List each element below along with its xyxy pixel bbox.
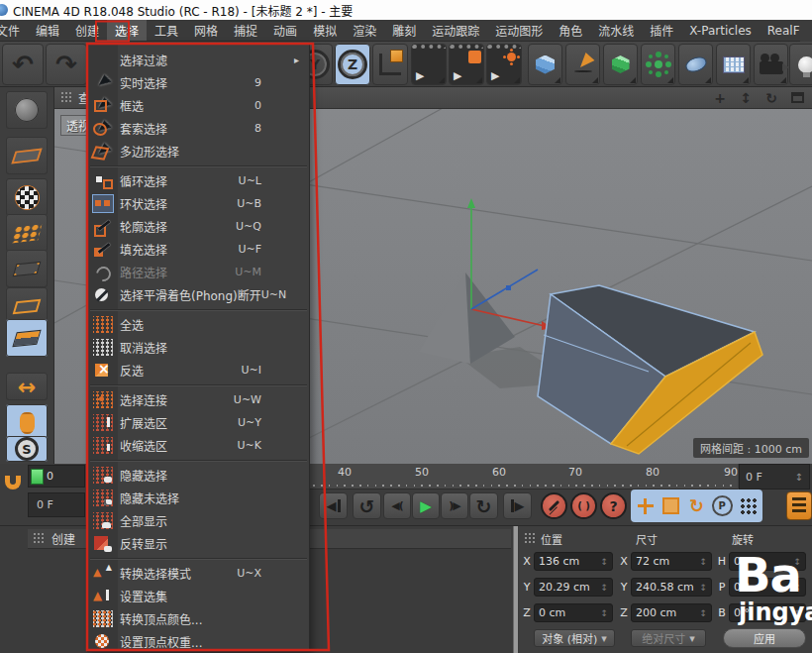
redo-button[interactable]	[46, 44, 87, 85]
menu-item-loop-selection[interactable]: 循环选择U~L	[88, 169, 309, 192]
add-spline-button[interactable]	[565, 44, 600, 85]
size-mode-dropdown[interactable]: 绝对尺寸	[631, 629, 706, 647]
make-editable-button[interactable]	[6, 91, 48, 129]
viewport-zoom-icon[interactable]: ↕	[737, 89, 755, 107]
menubar-item-animate[interactable]: 动画	[265, 20, 305, 42]
menubar-item-plugins[interactable]: 插件	[642, 20, 681, 42]
menu-item-lasso-selection[interactable]: 套索选择8	[88, 117, 309, 140]
menu-item-rectangle-selection[interactable]: 框选0	[88, 94, 309, 117]
menubar-item-character[interactable]: 角色	[551, 20, 590, 42]
record-point-level-button[interactable]	[736, 492, 760, 519]
menubar-item-sculpt[interactable]: 雕刻	[384, 20, 424, 42]
coordinate-system-button[interactable]	[372, 44, 408, 85]
menubar-item-select[interactable]: 选择	[107, 20, 147, 42]
add-generator-button[interactable]	[641, 44, 675, 85]
menu-item-live-selection[interactable]: 实时选择9	[88, 71, 309, 94]
grip-handle-icon[interactable]	[33, 532, 45, 545]
next-key-button[interactable]	[441, 492, 468, 519]
z-axis-lock-button[interactable]: Z	[335, 44, 370, 85]
menubar-item-render[interactable]: 渲染	[345, 20, 384, 42]
menu-item-hide-unselected[interactable]: 隐藏未选择	[88, 487, 309, 509]
loop-button[interactable]	[469, 492, 498, 519]
record-rotation-button[interactable]	[685, 492, 709, 519]
object-mode-dropdown[interactable]: 对象 (相对)	[534, 629, 615, 647]
magnet-button[interactable]	[1, 470, 25, 495]
menubar-item-edit[interactable]: 编辑	[28, 20, 67, 42]
apply-button[interactable]: 应用	[723, 628, 806, 648]
menu-item-set-vertex-weight[interactable]: 设置顶点权重...	[88, 630, 309, 652]
grip-handle-icon[interactable]	[524, 532, 536, 545]
go-to-end-button[interactable]	[503, 492, 532, 519]
menubar-item-file[interactable]: 文件	[0, 20, 28, 42]
menu-item-phong-break-selection[interactable]: 选择平滑着色(Phong)断开U~N	[88, 283, 309, 306]
add-subdivision-button[interactable]	[603, 44, 638, 85]
menu-item-convert-selection-mode[interactable]: 转换选择模式U~X	[88, 562, 309, 585]
menubar-item-simulate[interactable]: 模拟	[305, 20, 345, 42]
menu-item-fill-selection[interactable]: 填充选择U~F	[88, 238, 309, 261]
add-simulation-button[interactable]	[716, 44, 751, 85]
menu-item-ring-selection[interactable]: 环状选择U~B	[88, 192, 309, 215]
menu-item-select-connected[interactable]: 选择连接U~W	[88, 388, 309, 411]
pos-z-field[interactable]: 0 cm	[534, 603, 613, 622]
previous-key-button[interactable]	[383, 492, 411, 519]
menu-item-convert-vertex-color[interactable]: 转换顶点颜色...	[88, 607, 309, 630]
menu-item-path-selection[interactable]: 路径选择U~M	[88, 261, 309, 283]
menu-item-polygon-selection[interactable]: 多边形选择	[88, 140, 309, 163]
go-to-start-button[interactable]	[319, 492, 348, 519]
pos-x-field[interactable]: 136 cm	[534, 552, 613, 571]
size-x-field[interactable]: 72 cm	[631, 552, 712, 571]
timeline-slider[interactable]: 0	[28, 465, 85, 488]
grip-handle-icon[interactable]	[60, 91, 72, 104]
keyframe-bar-button[interactable]	[786, 491, 812, 520]
play-button[interactable]	[412, 492, 440, 519]
menubar-item-mesh[interactable]: 网格	[186, 20, 226, 42]
add-light-button[interactable]	[789, 44, 812, 85]
timeline-slider-handle[interactable]	[31, 469, 44, 485]
menu-item-outline-selection[interactable]: 轮廓选择U~Q	[88, 215, 309, 238]
render-settings-button[interactable]	[486, 44, 522, 85]
menu-item-deselect-all[interactable]: 取消选择	[88, 336, 309, 359]
menu-item-invert-visibility[interactable]: 反转显示	[88, 532, 309, 555]
menu-item-invert-selection[interactable]: 反选U~I	[88, 359, 309, 381]
snap-button[interactable]	[6, 436, 48, 462]
record-position-button[interactable]	[634, 492, 658, 519]
panel-splitter[interactable]	[513, 526, 518, 653]
record-keyframe-button[interactable]	[541, 492, 567, 519]
record-parameter-p-button[interactable]	[710, 492, 734, 519]
materials-menu-create[interactable]: 创建	[51, 530, 75, 547]
model-mode-button[interactable]	[6, 137, 48, 174]
size-z-field[interactable]: 200 cm	[631, 603, 712, 622]
menubar-item-pipeline[interactable]: 流水线	[590, 20, 642, 42]
menu-item-set-selection-tag[interactable]: 设置选集	[88, 585, 309, 607]
play-backwards-button[interactable]	[353, 492, 381, 519]
viewport-pan-icon[interactable]: +	[711, 89, 729, 107]
menubar-item-create[interactable]: 创建	[67, 20, 107, 42]
menubar-item-mograph[interactable]: 运动图形	[487, 20, 551, 42]
menu-item-unhide-all[interactable]: 全部显示	[88, 509, 309, 532]
menu-item-select-all[interactable]: 全选	[88, 313, 309, 336]
polygons-mode-button[interactable]	[6, 319, 48, 357]
current-frame-field[interactable]: 0 F	[28, 492, 85, 517]
add-deformer-button[interactable]	[678, 44, 713, 85]
autokey-help-button[interactable]	[600, 492, 627, 519]
menu-item-shrink-selection[interactable]: 收缩选区U~K	[88, 434, 309, 457]
frame-spinner[interactable]: 0 F	[739, 464, 810, 490]
menubar-item-xparticles[interactable]: X-Particles	[681, 21, 760, 41]
viewport-maximize-icon[interactable]	[788, 89, 806, 107]
workplane-mode-button[interactable]	[6, 214, 48, 252]
points-mode-button[interactable]	[6, 250, 48, 287]
menu-item-grow-selection[interactable]: 扩展选区U~Y	[88, 411, 309, 434]
menubar-item-realflow[interactable]: RealFlow	[760, 21, 800, 41]
record-scale-button[interactable]	[660, 492, 683, 519]
pos-y-field[interactable]: 20.29 cm	[534, 578, 613, 597]
size-y-field[interactable]: 240.58 cm	[631, 578, 712, 597]
undo-button[interactable]	[2, 44, 44, 85]
menubar-item-tools[interactable]: 工具	[147, 20, 186, 42]
add-cube-button[interactable]	[528, 44, 562, 85]
menu-item-select-filter[interactable]: 选择过滤▸	[88, 49, 309, 71]
menubar-item-snap[interactable]: 捕捉	[226, 20, 265, 42]
record-parameter-button[interactable]	[570, 492, 597, 519]
add-camera-button[interactable]	[754, 44, 788, 85]
viewport-rotate-icon[interactable]: ↻	[762, 89, 780, 107]
menubar-item-motion-tracker[interactable]: 运动跟踪	[424, 20, 487, 42]
